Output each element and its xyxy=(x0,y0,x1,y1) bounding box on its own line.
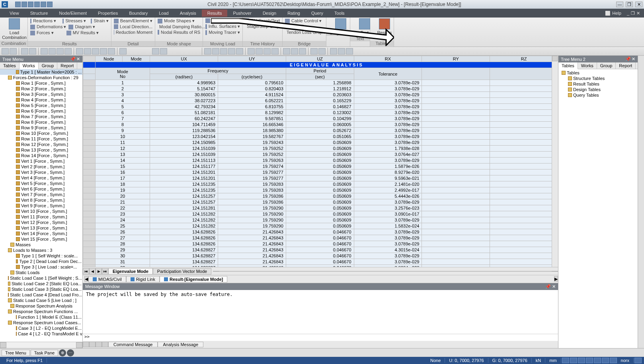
tree-item[interactable]: Static Load Case 2 [Static EQ Loa... xyxy=(0,281,82,286)
modal-damping-button[interactable]: Modal Damping Ratio... xyxy=(159,24,205,29)
local-direction-button[interactable]: Local Direction... xyxy=(120,24,152,29)
tree-item[interactable]: Vert 1 [Force , Symm.] xyxy=(0,158,82,164)
tb-y1-icon[interactable] xyxy=(330,48,337,55)
tree-item[interactable]: Row 14 [Force , Symm.] xyxy=(0,153,82,158)
menu-properties[interactable]: Properties xyxy=(92,10,123,17)
sb-snap2-icon[interactable] xyxy=(578,358,585,363)
msg-next-icon[interactable] xyxy=(96,342,102,347)
tb-v1-icon[interactable] xyxy=(248,48,255,55)
moving-tracer-dropdown[interactable]: Moving Tracer ▾ xyxy=(209,30,240,35)
left-tab-group[interactable]: Group xyxy=(39,62,58,69)
sheet-next-icon[interactable]: ▶ xyxy=(96,268,102,274)
table-row[interactable]: 18124.15123519.7592830.0506092.1481e-020 xyxy=(83,181,558,187)
right-tree-item[interactable]: Query Tables xyxy=(559,92,637,98)
tb-back-icon[interactable] xyxy=(2,48,9,55)
table-row[interactable]: 542.7932346.8107550.1468273.0789e-029 xyxy=(83,104,558,110)
tree-item[interactable]: Static Load Case 5 [Live Load ; ] xyxy=(0,298,82,303)
menu-tools[interactable]: Tools xyxy=(329,10,350,17)
tree-item[interactable]: Row 5 [Force , Symm.] xyxy=(0,103,82,108)
tree-item[interactable]: Vert 3 [Force , Symm.] xyxy=(0,169,82,175)
msg-tab-analysis[interactable]: Analysis Message xyxy=(158,342,203,347)
sb-end-icon[interactable] xyxy=(634,358,642,363)
tb-v3-icon[interactable] xyxy=(263,48,271,55)
diagram-big-button[interactable] xyxy=(329,18,353,29)
menu-design[interactable]: Design xyxy=(257,10,282,17)
grid-header[interactable]: RY xyxy=(422,56,490,62)
tree-item[interactable]: Loads to Masses : 3 xyxy=(0,247,82,253)
tendon-loss-button[interactable]: Tendon Loss Graph xyxy=(287,30,325,35)
tree-item[interactable]: Vert 12 [Force , Symm.] xyxy=(0,220,82,225)
table-row[interactable]: 14124.15111319.7592630.0506093.0789e-029 xyxy=(83,158,558,164)
tree-item[interactable]: Vert 14 [Force , Symm.] xyxy=(0,231,82,236)
tree-item[interactable]: Forces-Deformation Function : 29 xyxy=(0,75,82,80)
tb-b-icon[interactable] xyxy=(84,48,91,55)
results-tables-button[interactable]: Results Tables ▾ xyxy=(373,18,396,40)
table-row[interactable]: 9119.28853618.9853800.0526723.0789e-029 xyxy=(83,128,558,134)
menu-structure[interactable]: Structure xyxy=(25,10,54,17)
table-row[interactable]: 760.2422479.5878510.1042993.0789e-029 xyxy=(83,116,558,122)
tree-item[interactable]: Vert 15 [Force , Symm.] xyxy=(0,236,82,242)
tree-item[interactable]: Vert 6 [Force , Symm.] xyxy=(0,186,82,192)
influ-lines[interactable]: Influ. Lines xyxy=(212,18,233,23)
grid-header[interactable]: UX xyxy=(150,56,218,62)
msg-last-icon[interactable] xyxy=(102,342,108,347)
table-row[interactable]: 330.8600154.9115240.2036033.0789e-029 xyxy=(83,92,558,98)
tree-item[interactable]: Response Spectrum Load Cases... xyxy=(0,320,82,325)
menu-boundary[interactable]: Boundary xyxy=(123,10,153,17)
tree-item[interactable]: Row 4 [Force , Symm.] xyxy=(0,97,82,103)
sb-snap1-icon[interactable] xyxy=(570,358,577,363)
table-row[interactable]: 438.0272236.0522210.1652293.0789e-029 xyxy=(83,98,558,104)
table-row[interactable]: 20124.15125719.7592860.0506095.4443e-026 xyxy=(83,193,558,199)
load-combination-button[interactable]: Load Combination xyxy=(2,18,26,40)
tb-w1-icon[interactable] xyxy=(283,48,290,55)
hscroll-left-icon[interactable] xyxy=(0,342,6,348)
app-vscroll[interactable] xyxy=(638,56,644,348)
influ-surfaces-dropdown[interactable]: Influ. Surfaces ▾ xyxy=(209,24,240,29)
tree-item[interactable]: Vert 10 [Force , Symm.] xyxy=(0,208,82,214)
menu-rating[interactable]: Rating xyxy=(282,10,306,17)
right-tree-item[interactable]: Structure Tables xyxy=(559,76,637,81)
tb-arrow-icon[interactable] xyxy=(119,48,127,55)
left-hscroll[interactable] xyxy=(0,342,82,348)
table-row[interactable]: 31134.62882721.4268430.0466703.0789e-029 xyxy=(83,259,558,265)
stage-step-button[interactable]: Stage/Step Graph xyxy=(247,24,282,29)
th-graph-button[interactable]: T.H Graph/Text xyxy=(251,18,280,23)
left-tab-report[interactable]: Report xyxy=(57,62,77,69)
reduction-moment-button[interactable]: Reduction Moment xyxy=(116,30,152,35)
tree-item[interactable]: Vert 11 [Force , Symm.] xyxy=(0,214,82,220)
tb-play2-icon[interactable] xyxy=(212,48,219,55)
tb-c-icon[interactable] xyxy=(92,48,99,55)
beam-element-dropdown[interactable]: Beam/Element ▾ xyxy=(120,18,152,23)
grid-header[interactable]: Node xyxy=(95,56,122,62)
table-row[interactable]: 21124.15125719.7592860.0506093.0789e-029 xyxy=(83,199,558,205)
right-tab-tables[interactable]: Tables xyxy=(558,62,578,69)
tb-play1-icon[interactable] xyxy=(204,48,211,55)
msg-close-icon[interactable]: ✕ xyxy=(552,284,556,289)
tree-item[interactable]: Row 2 [Force , Symm.] xyxy=(0,86,82,91)
status-unit-len[interactable]: mm xyxy=(545,358,561,363)
msg-prev-icon[interactable] xyxy=(89,342,96,347)
tree-item[interactable]: Type 2 [ Dead Load From Dec... xyxy=(0,259,82,264)
maximize-button[interactable]: ❐ xyxy=(626,2,633,7)
tree-item[interactable]: Response Spectrum Functions ... xyxy=(0,309,82,314)
menubar-restore-icon[interactable]: ❐ xyxy=(631,11,635,16)
results-grid[interactable]: NodeModeUXUYUZRXRYRZEIGENVALUE ANALYSISM… xyxy=(83,56,558,267)
tb-grid-icon[interactable] xyxy=(152,48,159,55)
tb-snap-icon[interactable] xyxy=(160,48,167,55)
table-row[interactable]: 32134.62882721.4268430.0466703.8034e-023 xyxy=(83,265,558,267)
tree-item[interactable]: Row 10 [Force , Symm.] xyxy=(0,130,82,136)
tb-zoom-icon[interactable] xyxy=(21,48,28,55)
qat-open-icon[interactable] xyxy=(21,2,27,7)
tb-v2-icon[interactable] xyxy=(256,48,263,55)
tree-item[interactable]: Row 13 [Force , Symm.] xyxy=(0,147,82,153)
close-button[interactable]: ✕ xyxy=(635,2,642,7)
forces-dropdown[interactable]: Forces ▾ xyxy=(37,30,54,35)
cable-control-dropdown[interactable]: Cable Control ▾ xyxy=(291,18,322,23)
msg-tab-command[interactable]: Command Message xyxy=(108,342,158,347)
menu-pushover[interactable]: Pushover xyxy=(227,10,257,17)
tb-sel2-icon[interactable] xyxy=(49,48,56,55)
left-close-icon[interactable]: ✕ xyxy=(76,56,80,62)
btab-treemenu[interactable]: Tree Menu xyxy=(2,350,30,356)
tree-item[interactable]: Row 1 [Force , Symm.] xyxy=(0,80,82,86)
hscroll-right-icon[interactable] xyxy=(76,342,82,348)
